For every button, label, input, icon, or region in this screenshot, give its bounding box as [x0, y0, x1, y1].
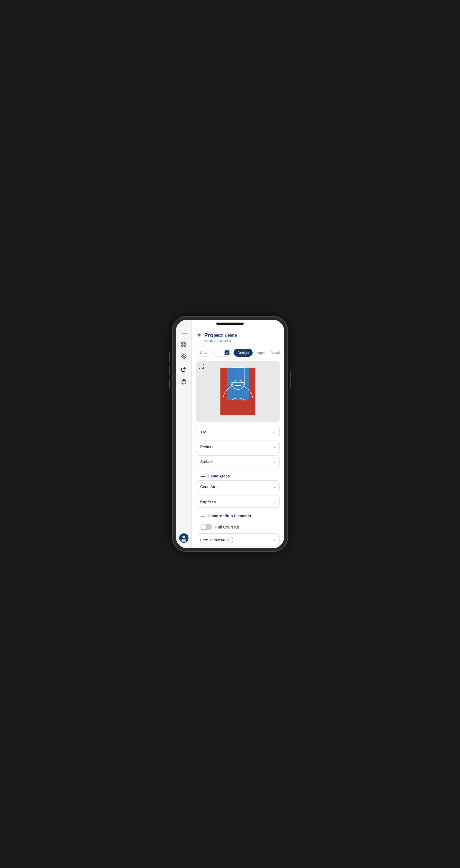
- full-court-kit-label: Full Court Kit: [215, 525, 239, 529]
- main-content: Project delete 356f01ec-ddf0-4934 Save a…: [192, 320, 284, 548]
- design-tab[interactable]: Design: [234, 349, 253, 357]
- tile-chevron-icon: ⌄: [273, 430, 276, 434]
- court-area-chevron-icon: ⌄: [273, 485, 276, 489]
- svg-point-19: [181, 539, 186, 542]
- surface-label: Surface: [200, 459, 213, 464]
- delete-label[interactable]: delete: [225, 333, 237, 338]
- markup-divider-dash-icon: [201, 516, 206, 517]
- power-button: [290, 371, 291, 388]
- key-area-label: Key Area: [200, 499, 216, 504]
- free-throw-arc-header[interactable]: Free Throw Arc i ⌄: [196, 534, 279, 546]
- volume-down-button: [169, 366, 170, 375]
- sidebar: 3DSF: [176, 320, 192, 548]
- perimeter-label: Perimeter: [200, 445, 217, 449]
- free-throw-arc-accordion: Free Throw Arc i ⌄: [196, 533, 280, 547]
- game-areas-label: Game Areas: [208, 474, 230, 478]
- apps-tab[interactable]: Apps: [254, 349, 267, 356]
- grid-dashed-icon[interactable]: [179, 364, 189, 374]
- svg-rect-3: [184, 345, 186, 347]
- markup-divider-line: [253, 516, 275, 516]
- silent-button: [169, 379, 170, 389]
- game-areas-divider: Game Areas: [196, 470, 280, 480]
- svg-point-18: [182, 536, 185, 538]
- key-area-accordion: Key Area ⌄: [196, 495, 280, 508]
- phone-frame: 3DSF: [173, 316, 287, 552]
- full-court-kit-toggle[interactable]: [201, 524, 212, 530]
- divider-line: [232, 476, 275, 476]
- auto-checkbox[interactable]: [224, 350, 229, 355]
- svg-rect-10: [181, 367, 186, 372]
- game-markup-label: Game Markup Elements: [208, 514, 251, 518]
- court-area-label: Court Area: [200, 485, 218, 489]
- svg-rect-2: [181, 345, 183, 347]
- phone-screen: 3DSF: [176, 320, 284, 548]
- svg-rect-1: [184, 342, 186, 344]
- free-throw-arc-info-icon[interactable]: i: [228, 537, 233, 542]
- tile-accordion: Tile ⌄: [196, 426, 280, 438]
- divider-dash-icon: [201, 476, 206, 476]
- basketball-court: [217, 365, 258, 418]
- surface-chevron-icon: ⌄: [273, 460, 276, 464]
- save-button[interactable]: Save: [196, 349, 213, 357]
- game-markup-divider: Game Markup Elements: [196, 510, 280, 520]
- project-title-row: Project delete: [196, 332, 280, 338]
- free-throw-arc-chevron-icon: ⌄: [273, 538, 276, 542]
- surface-header[interactable]: Surface ⌄: [196, 456, 279, 468]
- perimeter-accordion: Perimeter ⌄: [196, 440, 280, 453]
- sidebar-bottom: [179, 533, 188, 543]
- key-area-header[interactable]: Key Area ⌄: [196, 495, 279, 507]
- volume-up-button: [169, 352, 170, 362]
- perimeter-chevron-icon: ⌄: [273, 445, 276, 449]
- court-area-header[interactable]: Court Area ⌄: [196, 481, 279, 493]
- sidebar-app-label: 3DSF: [180, 332, 187, 335]
- project-id: 356f01ec-ddf0-4934: [204, 340, 280, 343]
- diamond-icon[interactable]: [179, 352, 189, 362]
- key-area-chevron-icon: ⌄: [273, 500, 276, 503]
- perimeter-header[interactable]: Perimeter ⌄: [196, 441, 279, 453]
- scan-icon[interactable]: [179, 339, 189, 349]
- svg-rect-0: [181, 342, 183, 344]
- toolbar: Save auto Design Apps Details: [192, 346, 284, 360]
- court-area-accordion: Court Area ⌄: [196, 480, 280, 493]
- tile-label: Tile: [200, 430, 206, 434]
- court-preview: [196, 361, 280, 422]
- surface-accordion: Surface ⌄: [196, 455, 280, 468]
- cube-icon[interactable]: [179, 377, 189, 387]
- full-court-kit-row: Full Court Kit: [196, 520, 280, 533]
- avatar[interactable]: [179, 533, 188, 543]
- free-throw-arc-label-row: Free Throw Arc i: [200, 537, 233, 542]
- tile-header[interactable]: Tile ⌄: [196, 426, 279, 438]
- free-throw-arc-label: Free Throw Arc: [200, 538, 226, 542]
- project-logo-icon: [196, 332, 202, 338]
- auto-label: auto: [217, 351, 223, 355]
- project-title: Project: [204, 332, 223, 338]
- header: Project delete 356f01ec-ddf0-4934: [192, 320, 284, 346]
- auto-row: auto: [214, 349, 232, 357]
- expand-icon[interactable]: [199, 364, 204, 370]
- details-tab[interactable]: Details: [269, 349, 284, 356]
- sections-container: Tile ⌄ Perimeter ⌄ Surface ⌄: [192, 424, 284, 548]
